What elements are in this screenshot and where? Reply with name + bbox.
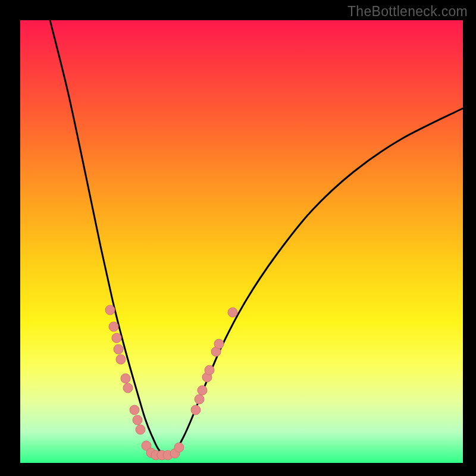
data-dot: [130, 405, 139, 415]
data-dot: [214, 339, 224, 349]
data-dot: [109, 322, 118, 331]
watermark-text: TheBottleneck.com: [347, 4, 468, 20]
main-curve: [50, 20, 463, 453]
data-dot: [191, 405, 201, 415]
data-dot: [205, 365, 214, 375]
data-dot: [133, 415, 142, 425]
data-dot: [198, 386, 207, 395]
data-dot: [112, 333, 121, 343]
chart-frame: TheBottleneck.com: [0, 0, 476, 476]
data-dot: [105, 305, 115, 315]
data-dot: [228, 308, 237, 317]
data-dot: [174, 443, 184, 452]
data-dot: [195, 394, 204, 404]
data-dot: [121, 374, 130, 383]
chart-plot-area: [20, 20, 463, 463]
data-dot: [136, 425, 145, 434]
chart-svg: [20, 20, 463, 463]
data-dot: [114, 345, 123, 354]
dots-layer: [105, 305, 237, 460]
curve-layer: [50, 20, 463, 453]
data-dot: [116, 355, 126, 364]
data-dot: [123, 383, 133, 393]
